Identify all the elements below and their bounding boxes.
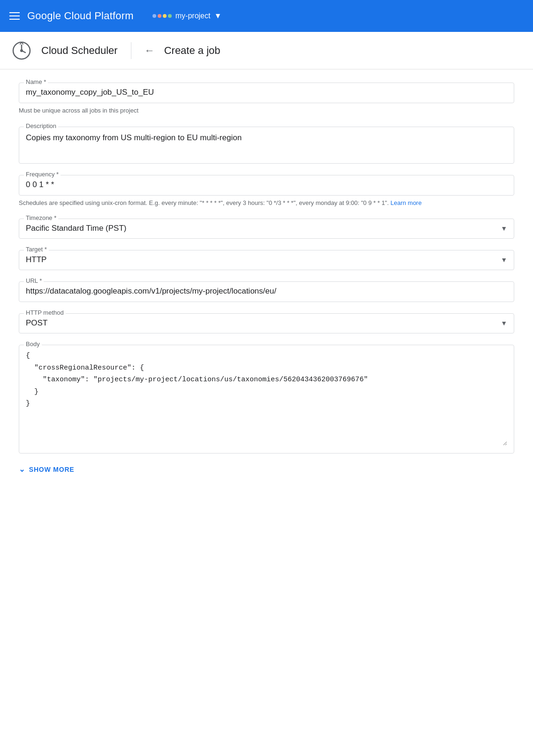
target-select-wrapper: HTTP Pub/Sub App Engine HTTP ▼ (26, 255, 507, 264)
target-field-group: Target HTTP Pub/Sub App Engine HTTP ▼ (19, 250, 514, 270)
frequency-hint-text: Schedules are specified using unix-cron … (19, 199, 390, 206)
description-label: Description (24, 122, 58, 129)
frequency-learn-more-link[interactable]: Learn more (390, 199, 421, 206)
http-method-select[interactable]: POST GET HEAD PUT DELETE PATCH (26, 318, 507, 327)
page-title: Create a job (164, 45, 221, 57)
name-input[interactable] (26, 88, 507, 97)
http-method-select-wrapper: POST GET HEAD PUT DELETE PATCH ▼ (26, 318, 507, 327)
http-method-label: HTTP method (24, 309, 66, 316)
target-field-wrapper: Target HTTP Pub/Sub App Engine HTTP ▼ (19, 250, 514, 270)
body-label: Body (24, 340, 42, 348)
target-label: Target (24, 246, 49, 253)
frequency-field-group: Frequency Schedules are specified using … (19, 175, 514, 208)
name-field-group: Name Must be unique across all jobs in t… (19, 83, 514, 115)
url-field-wrapper: URL (19, 281, 514, 302)
name-field-wrapper: Name (19, 83, 514, 103)
timezone-field-wrapper: Timezone Pacific Standard Time (PST) UTC… (19, 219, 514, 239)
frequency-input[interactable] (26, 180, 507, 189)
description-input[interactable] (26, 132, 507, 156)
top-bar: Google Cloud Platform my-project ▼ (0, 0, 533, 32)
project-icon (152, 14, 172, 18)
timezone-select-wrapper: Pacific Standard Time (PST) UTC Eastern … (26, 224, 507, 233)
description-field-wrapper: Description (19, 127, 514, 164)
target-select[interactable]: HTTP Pub/Sub App Engine HTTP (26, 255, 507, 264)
timezone-label: Timezone (24, 214, 58, 221)
chevron-down-icon: ⌄ (19, 465, 25, 474)
timezone-field-group: Timezone Pacific Standard Time (PST) UTC… (19, 219, 514, 239)
app-title: Google Cloud Platform (27, 10, 134, 22)
frequency-label: Frequency (24, 171, 61, 178)
project-selector[interactable]: my-project ▼ (152, 12, 222, 20)
sub-header: Cloud Scheduler ← Create a job (0, 32, 533, 69)
description-field-group: Description (19, 127, 514, 164)
scheduler-icon (11, 40, 32, 61)
body-input[interactable]: { "crossRegionalResource": { "taxonomy":… (26, 350, 507, 446)
http-method-field-group: HTTP method POST GET HEAD PUT DELETE PAT… (19, 313, 514, 333)
hamburger-menu[interactable] (9, 12, 20, 20)
timezone-select[interactable]: Pacific Standard Time (PST) UTC Eastern … (26, 224, 507, 233)
body-field-wrapper: Body { "crossRegionalResource": { "taxon… (19, 345, 514, 454)
body-field-group: Body { "crossRegionalResource": { "taxon… (19, 345, 514, 454)
url-input[interactable] (26, 287, 507, 296)
project-dropdown-icon: ▼ (214, 12, 221, 20)
back-button[interactable]: ← (145, 45, 155, 57)
name-hint: Must be unique across all jobs in this p… (19, 106, 514, 115)
show-more-button[interactable]: ⌄ SHOW MORE (19, 465, 74, 474)
name-label: Name (24, 78, 48, 85)
project-name: my-project (175, 12, 211, 20)
frequency-hint: Schedules are specified using unix-cron … (19, 198, 514, 208)
form-area: Name Must be unique across all jobs in t… (0, 69, 533, 492)
service-name: Cloud Scheduler (41, 45, 118, 57)
header-divider (131, 42, 131, 59)
frequency-field-wrapper: Frequency (19, 175, 514, 196)
url-field-group: URL (19, 281, 514, 302)
url-label: URL (24, 277, 44, 284)
http-method-field-wrapper: HTTP method POST GET HEAD PUT DELETE PAT… (19, 313, 514, 333)
show-more-label: SHOW MORE (29, 466, 75, 473)
